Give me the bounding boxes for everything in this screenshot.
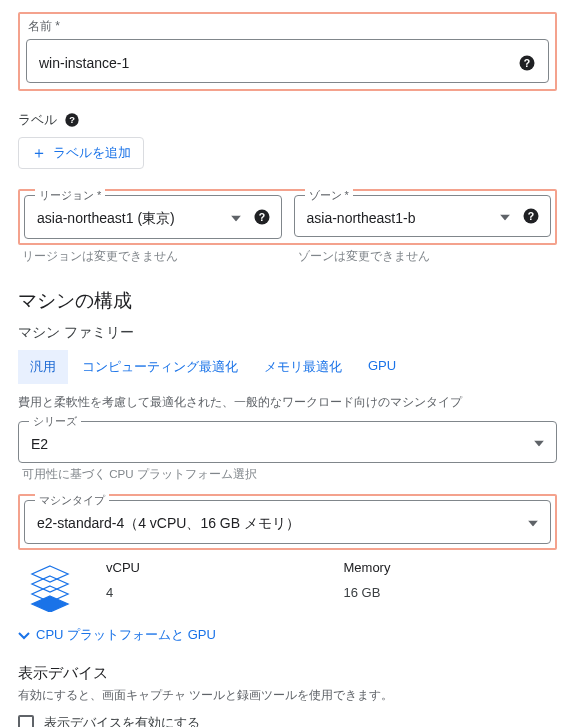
region-label: リージョン * [35,188,105,203]
vcpu-label: vCPU [106,560,316,575]
cpu-gpu-expand[interactable]: CPU プラットフォームと GPU [18,626,216,644]
labels-label: ラベル [18,111,57,129]
zone-select[interactable]: ゾーン * asia-northeast1-b ? [294,195,552,237]
zone-label: ゾーン * [305,188,353,203]
help-icon[interactable]: ? [518,54,536,72]
machine-config-title: マシンの構成 [18,288,557,314]
chevron-down-icon [231,210,241,225]
series-label: シリーズ [29,414,81,429]
display-device-checkbox-label: 表示デバイスを有効にする [44,714,200,727]
name-input[interactable]: win-instance-1 ? [26,39,549,83]
name-label: 名前 * [28,18,547,35]
region-hint: リージョンは変更できません [18,249,282,264]
machine-type-select[interactable]: マシンタイプ e2-standard-4（4 vCPU、16 GB メモリ） [24,500,551,544]
memory-value: 16 GB [344,585,554,600]
machine-family-tabs: 汎用 コンピューティング最適化 メモリ最適化 GPU [18,350,557,384]
name-section-highlight: 名前 * win-instance-1 ? [18,12,557,91]
tab-general[interactable]: 汎用 [18,350,68,384]
tab-gpu[interactable]: GPU [356,350,408,384]
zone-value: asia-northeast1-b [307,210,416,226]
machine-type-label: マシンタイプ [35,493,109,508]
add-label-text: ラベルを追加 [53,144,131,162]
chevron-down-icon [528,515,538,530]
add-label-button[interactable]: ＋ ラベルを追加 [18,137,144,169]
name-input-value: win-instance-1 [39,55,518,71]
svg-marker-8 [32,566,68,582]
cpu-gpu-expand-label: CPU プラットフォームと GPU [36,626,216,644]
chevron-down-icon [500,209,510,224]
tab-memory[interactable]: メモリ最適化 [252,350,354,384]
plus-icon: ＋ [31,145,47,161]
series-hint: 可用性に基づく CPU プラットフォーム選択 [18,467,557,482]
series-select[interactable]: シリーズ E2 [18,421,557,463]
machine-spec-row: vCPU 4 Memory 16 GB [18,550,557,622]
svg-marker-11 [32,596,68,612]
chevron-down-icon [18,628,30,643]
svg-text:?: ? [69,115,75,125]
tab-compute[interactable]: コンピューティング最適化 [70,350,250,384]
labels-section: ラベル ? ＋ ラベルを追加 [18,111,557,169]
help-icon[interactable]: ? [522,207,540,225]
series-value: E2 [31,436,48,452]
region-zone-highlight: リージョン * asia-northeast1 (東京) ? ゾーン * asi… [18,189,557,245]
chevron-down-icon [534,435,544,450]
svg-text:?: ? [528,210,534,222]
display-device-checkbox[interactable]: 表示デバイスを有効にする [18,714,557,727]
help-icon[interactable]: ? [253,208,271,226]
svg-text:?: ? [524,57,530,69]
stack-icon [22,560,78,612]
region-select[interactable]: リージョン * asia-northeast1 (東京) ? [24,195,282,239]
help-icon[interactable]: ? [63,111,81,129]
memory-label: Memory [344,560,554,575]
display-device-title: 表示デバイス [18,664,557,683]
checkbox-icon [18,715,34,727]
svg-text:?: ? [258,211,264,223]
machine-type-highlight: マシンタイプ e2-standard-4（4 vCPU、16 GB メモリ） [18,494,557,550]
machine-type-value: e2-standard-4（4 vCPU、16 GB メモリ） [37,515,300,531]
vcpu-value: 4 [106,585,316,600]
machine-family-label: マシン ファミリー [18,324,557,342]
zone-hint: ゾーンは変更できません [294,249,558,264]
region-value: asia-northeast1 (東京) [37,210,175,226]
display-device-description: 有効にすると、画面キャプチャ ツールと録画ツールを使用できます。 [18,687,557,704]
machine-family-description: 費用と柔軟性を考慮して最適化された、一般的なワークロード向けのマシンタイプ [18,394,557,411]
svg-marker-9 [32,576,68,592]
